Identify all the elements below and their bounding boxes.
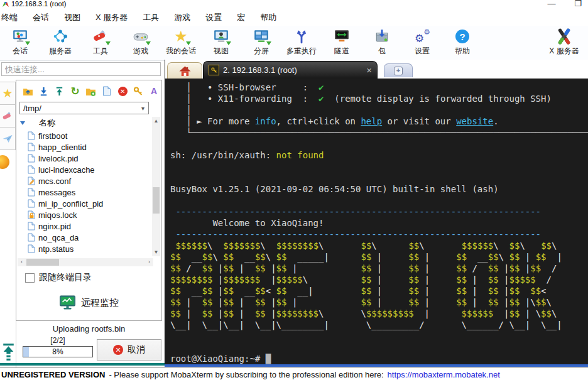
toolbar-tools-button[interactable]: 工具: [80, 26, 121, 60]
scroll-down-icon[interactable]: ▼: [152, 248, 160, 256]
menu-settings[interactable]: 设置: [198, 12, 229, 23]
maximize-button[interactable]: ❐: [572, 0, 584, 8]
side-tab-strip: ★: [0, 80, 16, 367]
cancel-x-icon: ✕: [113, 345, 123, 355]
file-list-horizontal-scrollbar[interactable]: ‹ ›: [18, 258, 153, 266]
quick-connect-input[interactable]: [1, 62, 161, 76]
follow-terminal-folder[interactable]: 跟随终端目录: [25, 272, 92, 283]
new-folder-button[interactable]: [85, 86, 96, 97]
new-file-button[interactable]: [102, 86, 112, 97]
tab-active-session[interactable]: 2. 192.168.3.1 (root) ×: [203, 61, 378, 79]
tab-close-icon[interactable]: ×: [366, 65, 372, 75]
permissions-key-button[interactable]: [133, 86, 143, 97]
delete-button[interactable]: ✕: [117, 86, 128, 97]
file-row[interactable]: mi_ip_conflict_pid: [28, 198, 153, 209]
toolbar-help-button[interactable]: ? 帮助: [442, 26, 482, 60]
file-icon: [28, 233, 35, 242]
toolbar-split-button[interactable]: 分屏: [241, 26, 281, 60]
file-list-header[interactable]: 名称: [20, 118, 55, 128]
encoding-button[interactable]: A: [149, 86, 159, 97]
dropdown-arrow-icon: [146, 41, 151, 45]
file-row[interactable]: ntp.status: [28, 243, 153, 254]
follow-terminal-checkbox[interactable]: [25, 273, 35, 283]
file-icon: [28, 165, 35, 174]
terminal-output[interactable]: │ • SSH-browser : ✔ │ • X11-forwarding :…: [165, 79, 588, 364]
app-logo-icon: [2, 1, 9, 8]
remote-monitoring-label: 远程监控: [81, 297, 119, 309]
menu-tools[interactable]: 工具: [135, 12, 166, 23]
remote-monitoring[interactable]: 远程监控: [16, 295, 161, 310]
remote-path-select[interactable]: /tmp/ ▾: [19, 102, 149, 114]
file-row[interactable]: nginx.pid: [28, 220, 153, 232]
toolbar-xserver-button[interactable]: X 服务器: [544, 26, 584, 60]
file-row[interactable]: luci-indexcache: [28, 164, 153, 175]
side-tab-sessions[interactable]: ★: [0, 82, 16, 105]
tools-knife-icon: [92, 28, 109, 45]
menu-terminal[interactable]: 终端: [0, 12, 25, 23]
side-tab-tools[interactable]: [0, 104, 16, 128]
scrollbar-thumb[interactable]: [153, 187, 160, 214]
toolbar-multiexec-button[interactable]: 多重执行: [281, 26, 322, 60]
xserver-logo-icon: [556, 28, 572, 45]
toolbar-settings-button[interactable]: ⚙⚙ 设置: [402, 26, 442, 60]
remote-monitor-icon: [59, 295, 76, 310]
scroll-left-icon[interactable]: ‹: [18, 258, 26, 266]
upload-button[interactable]: [55, 86, 65, 97]
menu-macros[interactable]: 宏: [229, 12, 253, 23]
servers-network-icon: [52, 28, 68, 45]
menu-sessions[interactable]: 会话: [25, 12, 57, 23]
remote-path-value: /tmp/: [23, 104, 41, 113]
file-row[interactable]: livelock.pid: [28, 153, 153, 164]
tab-home[interactable]: [167, 62, 202, 79]
toolbar-games-button[interactable]: 游戏: [121, 26, 161, 60]
refresh-button[interactable]: ↻: [70, 86, 80, 97]
file-icon: [28, 244, 35, 253]
file-row[interactable]: mcs.conf: [28, 175, 153, 187]
download-button[interactable]: [39, 86, 49, 97]
tunnel-monitor-icon: [334, 28, 350, 45]
chevron-down-icon: ▾: [141, 105, 144, 112]
menu-xserver[interactable]: X 服务器: [88, 12, 135, 23]
scrollbar-thumb[interactable]: [26, 259, 59, 266]
mobatek-link[interactable]: https://mobaxterm.mobatek.net: [388, 370, 500, 379]
terminal-bottom-accent: [165, 364, 588, 367]
cancel-upload-button[interactable]: ✕ 取消: [97, 339, 161, 361]
menu-help[interactable]: 帮助: [253, 12, 284, 23]
toolbar-tunnel-button[interactable]: 隧道: [322, 26, 362, 60]
menu-games[interactable]: 游戏: [166, 12, 198, 23]
tab-label: 2. 192.168.3.1 (root): [223, 65, 362, 75]
file-row[interactable]: happ_clientid: [28, 141, 153, 153]
terminal-tab-strip: 2. 192.168.3.1 (root) × +: [165, 60, 588, 79]
parent-folder-button[interactable]: [23, 86, 33, 97]
toolbar-my-sessions-button[interactable]: ★ 我的会话: [161, 26, 201, 60]
sftp-globe-icon[interactable]: [0, 155, 9, 169]
scroll-right-icon[interactable]: ›: [145, 258, 153, 266]
file-row[interactable]: firstboot: [28, 130, 153, 141]
quick-connect: [1, 62, 161, 76]
toolbar-packages-button[interactable]: 包: [362, 26, 402, 60]
side-tab-macros[interactable]: [0, 127, 16, 150]
file-list-vertical-scrollbar[interactable]: ▲ ▼: [152, 117, 160, 256]
file-icon: [28, 222, 35, 231]
file-row[interactable]: miqos.lock: [28, 209, 153, 220]
multiexec-split-arrow-icon: [293, 28, 310, 45]
toolbar-session-button[interactable]: 会话: [0, 26, 40, 60]
toolbar-view-button[interactable]: 视图: [201, 26, 241, 60]
new-tab-button[interactable]: +: [384, 63, 413, 77]
window-title: 192.168.3.1 (root): [11, 0, 66, 8]
upload-status-text: Uploading rootfs.bin: [16, 324, 162, 334]
scroll-up-icon[interactable]: ▲: [152, 117, 160, 125]
toolbar-servers-button[interactable]: 服务器: [40, 26, 80, 60]
file-row[interactable]: no_qca_da: [28, 232, 153, 243]
file-row[interactable]: messages: [28, 187, 153, 198]
file-icon: [28, 199, 35, 208]
gears-icon: ⚙⚙: [414, 28, 430, 45]
sftp-toolbar: ↻ ✕ A: [19, 83, 159, 99]
file-edit-icon: [28, 176, 35, 185]
menu-view[interactable]: 视图: [57, 12, 88, 23]
minimize-button[interactable]: —: [545, 0, 558, 8]
session-monitor-icon: [12, 28, 28, 45]
ssh-key-icon: [209, 65, 219, 75]
sort-descending-icon: [20, 121, 25, 125]
file-icon: [28, 143, 35, 151]
